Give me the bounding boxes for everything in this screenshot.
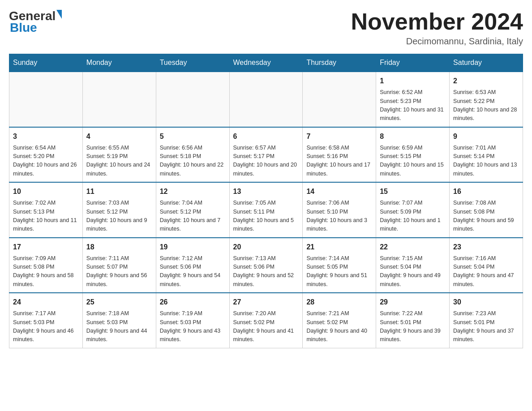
day-number: 23 [453, 242, 519, 253]
sun-info: Sunrise: 7:22 AMSunset: 5:01 PMDaylight:… [380, 309, 446, 344]
day-number: 21 [306, 242, 372, 253]
calendar-cell [82, 72, 156, 127]
calendar-cell: 15Sunrise: 7:07 AMSunset: 5:09 PMDayligh… [376, 182, 450, 238]
day-number: 26 [160, 297, 226, 308]
weekday-header-row: SundayMondayTuesdayWednesdayThursdayFrid… [9, 54, 523, 72]
page-header: General Blue November 2024 Decimomannu, … [9, 9, 523, 47]
day-number: 28 [306, 297, 372, 308]
sun-info: Sunrise: 7:18 AMSunset: 5:03 PMDaylight:… [86, 309, 152, 344]
calendar-cell: 19Sunrise: 7:12 AMSunset: 5:06 PMDayligh… [156, 238, 229, 293]
sun-info: Sunrise: 7:04 AMSunset: 5:12 PMDaylight:… [160, 199, 226, 234]
calendar-cell [229, 72, 303, 127]
sun-info: Sunrise: 6:52 AMSunset: 5:23 PMDaylight:… [380, 88, 446, 123]
calendar-cell: 1Sunrise: 6:52 AMSunset: 5:23 PMDaylight… [376, 72, 450, 127]
calendar-cell [9, 72, 83, 127]
calendar-cell: 22Sunrise: 7:15 AMSunset: 5:04 PMDayligh… [376, 238, 450, 293]
calendar-cell: 9Sunrise: 7:01 AMSunset: 5:14 PMDaylight… [450, 127, 523, 183]
sun-info: Sunrise: 7:12 AMSunset: 5:06 PMDaylight:… [160, 254, 226, 289]
calendar-cell [303, 72, 376, 127]
sun-info: Sunrise: 7:02 AMSunset: 5:13 PMDaylight:… [13, 199, 79, 234]
day-number: 12 [160, 186, 226, 197]
week-row-1: 1Sunrise: 6:52 AMSunset: 5:23 PMDaylight… [9, 72, 523, 127]
sun-info: Sunrise: 6:58 AMSunset: 5:16 PMDaylight:… [306, 144, 372, 179]
day-number: 4 [86, 131, 152, 142]
sun-info: Sunrise: 7:15 AMSunset: 5:04 PMDaylight:… [380, 254, 446, 289]
day-number: 25 [86, 297, 152, 308]
calendar-cell: 27Sunrise: 7:20 AMSunset: 5:02 PMDayligh… [229, 293, 303, 348]
day-number: 14 [306, 186, 372, 197]
calendar-cell: 20Sunrise: 7:13 AMSunset: 5:06 PMDayligh… [229, 238, 303, 293]
week-row-5: 24Sunrise: 7:17 AMSunset: 5:03 PMDayligh… [9, 293, 523, 348]
sun-info: Sunrise: 7:23 AMSunset: 5:01 PMDaylight:… [453, 309, 519, 344]
calendar-cell: 29Sunrise: 7:22 AMSunset: 5:01 PMDayligh… [376, 293, 450, 348]
sun-info: Sunrise: 7:11 AMSunset: 5:07 PMDaylight:… [86, 254, 152, 289]
calendar-cell: 11Sunrise: 7:03 AMSunset: 5:12 PMDayligh… [82, 182, 156, 238]
day-number: 18 [86, 242, 152, 253]
sun-info: Sunrise: 7:20 AMSunset: 5:02 PMDaylight:… [233, 309, 299, 344]
sun-info: Sunrise: 7:03 AMSunset: 5:12 PMDaylight:… [86, 199, 152, 234]
weekday-header-sunday: Sunday [9, 54, 83, 72]
calendar-cell: 5Sunrise: 6:56 AMSunset: 5:18 PMDaylight… [156, 127, 229, 183]
logo-blue-text: Blue [10, 21, 62, 35]
calendar-cell: 24Sunrise: 7:17 AMSunset: 5:03 PMDayligh… [9, 293, 83, 348]
day-number: 8 [380, 131, 446, 142]
calendar-cell: 28Sunrise: 7:21 AMSunset: 5:02 PMDayligh… [303, 293, 376, 348]
weekday-header-wednesday: Wednesday [229, 54, 303, 72]
calendar-cell: 8Sunrise: 6:59 AMSunset: 5:15 PMDaylight… [376, 127, 450, 183]
day-number: 11 [86, 186, 152, 197]
calendar-cell: 14Sunrise: 7:06 AMSunset: 5:10 PMDayligh… [303, 182, 376, 238]
day-number: 22 [380, 242, 446, 253]
day-number: 20 [233, 242, 299, 253]
day-number: 9 [453, 131, 519, 142]
calendar-cell: 25Sunrise: 7:18 AMSunset: 5:03 PMDayligh… [82, 293, 156, 348]
day-number: 13 [233, 186, 299, 197]
day-number: 17 [13, 242, 79, 253]
day-number: 10 [13, 186, 79, 197]
day-number: 24 [13, 297, 79, 308]
calendar-cell: 12Sunrise: 7:04 AMSunset: 5:12 PMDayligh… [156, 182, 229, 238]
calendar-cell: 17Sunrise: 7:09 AMSunset: 5:08 PMDayligh… [9, 238, 83, 293]
logo: General Blue [9, 9, 62, 35]
day-number: 1 [380, 76, 446, 86]
sun-info: Sunrise: 7:13 AMSunset: 5:06 PMDaylight:… [233, 254, 299, 289]
day-number: 15 [380, 186, 446, 197]
calendar-cell: 30Sunrise: 7:23 AMSunset: 5:01 PMDayligh… [450, 293, 523, 348]
weekday-header-friday: Friday [376, 54, 450, 72]
sun-info: Sunrise: 7:01 AMSunset: 5:14 PMDaylight:… [453, 144, 519, 179]
month-title: November 2024 [351, 9, 523, 34]
calendar-cell: 18Sunrise: 7:11 AMSunset: 5:07 PMDayligh… [82, 238, 156, 293]
sun-info: Sunrise: 7:21 AMSunset: 5:02 PMDaylight:… [306, 309, 372, 344]
calendar-cell [156, 72, 229, 127]
sun-info: Sunrise: 7:06 AMSunset: 5:10 PMDaylight:… [306, 199, 372, 234]
day-number: 19 [160, 242, 226, 253]
sun-info: Sunrise: 7:16 AMSunset: 5:04 PMDaylight:… [453, 254, 519, 289]
sun-info: Sunrise: 6:56 AMSunset: 5:18 PMDaylight:… [160, 144, 226, 179]
sun-info: Sunrise: 6:55 AMSunset: 5:19 PMDaylight:… [86, 144, 152, 179]
calendar-table: SundayMondayTuesdayWednesdayThursdayFrid… [9, 54, 523, 348]
weekday-header-saturday: Saturday [450, 54, 523, 72]
calendar-cell: 21Sunrise: 7:14 AMSunset: 5:05 PMDayligh… [303, 238, 376, 293]
weekday-header-thursday: Thursday [303, 54, 376, 72]
day-number: 27 [233, 297, 299, 308]
day-number: 2 [453, 76, 519, 86]
day-number: 6 [233, 131, 299, 142]
sun-info: Sunrise: 7:07 AMSunset: 5:09 PMDaylight:… [380, 199, 446, 234]
location-text: Decimomannu, Sardinia, Italy [351, 36, 523, 47]
sun-info: Sunrise: 6:59 AMSunset: 5:15 PMDaylight:… [380, 144, 446, 179]
weekday-header-monday: Monday [82, 54, 156, 72]
sun-info: Sunrise: 6:54 AMSunset: 5:20 PMDaylight:… [13, 144, 79, 179]
calendar-cell: 10Sunrise: 7:02 AMSunset: 5:13 PMDayligh… [9, 182, 83, 238]
week-row-3: 10Sunrise: 7:02 AMSunset: 5:13 PMDayligh… [9, 182, 523, 238]
sun-info: Sunrise: 7:09 AMSunset: 5:08 PMDaylight:… [13, 254, 79, 289]
logo-triangle-icon [56, 10, 62, 19]
calendar-cell: 3Sunrise: 6:54 AMSunset: 5:20 PMDaylight… [9, 127, 83, 183]
sun-info: Sunrise: 7:08 AMSunset: 5:08 PMDaylight:… [453, 199, 519, 234]
day-number: 7 [306, 131, 372, 142]
week-row-4: 17Sunrise: 7:09 AMSunset: 5:08 PMDayligh… [9, 238, 523, 293]
calendar-cell: 2Sunrise: 6:53 AMSunset: 5:22 PMDaylight… [450, 72, 523, 127]
calendar-cell: 26Sunrise: 7:19 AMSunset: 5:03 PMDayligh… [156, 293, 229, 348]
day-number: 5 [160, 131, 226, 142]
day-number: 30 [453, 297, 519, 308]
calendar-cell: 7Sunrise: 6:58 AMSunset: 5:16 PMDaylight… [303, 127, 376, 183]
calendar-cell: 6Sunrise: 6:57 AMSunset: 5:17 PMDaylight… [229, 127, 303, 183]
